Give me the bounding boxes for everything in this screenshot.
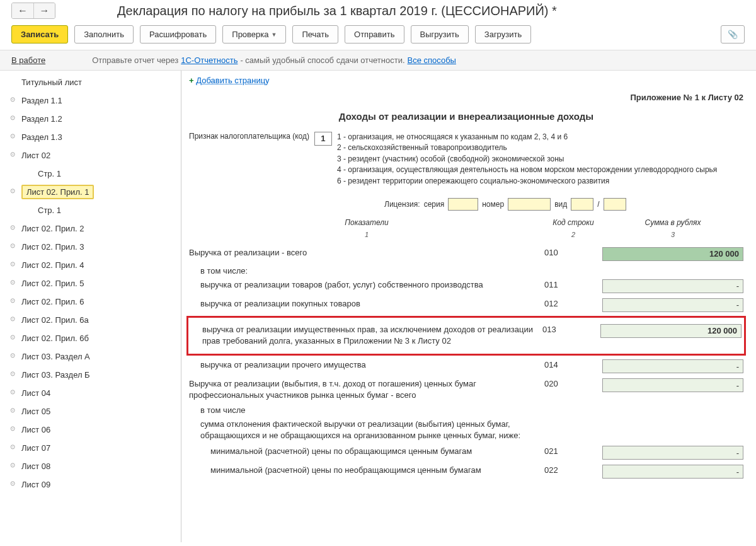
row-022: минимальной (расчетной) цены по необраща…: [189, 462, 743, 481]
row-010: Выручка от реализации - всего 010 120 00…: [189, 245, 743, 264]
sidebar-item-19[interactable]: Лист 06: [1, 421, 181, 439]
sidebar-item-14[interactable]: Лист 02. Прил. 6б: [1, 329, 181, 347]
forward-button[interactable]: →: [33, 3, 55, 18]
send-button[interactable]: Отправить: [345, 25, 404, 44]
print-button[interactable]: Печать: [292, 25, 338, 44]
sidebar-item-15[interactable]: Лист 03. Раздел А: [1, 347, 181, 366]
decode-button[interactable]: Расшифровать: [140, 25, 216, 44]
check-button[interactable]: Проверка▼: [222, 25, 286, 44]
sidebar-item-4[interactable]: Лист 02: [1, 146, 181, 165]
sidebar-item-9[interactable]: Лист 02. Прил. 3: [1, 238, 181, 256]
taxpayer-label: Признак налогоплательщика (код): [189, 132, 309, 141]
nav-buttons: ← →: [11, 3, 55, 19]
appendix-label: Приложение № 1 к Листу 02: [189, 89, 743, 108]
sidebar-item-13[interactable]: Лист 02. Прил. 6а: [1, 311, 181, 329]
row-012: выручка от реализации покупных товаров 0…: [189, 296, 743, 315]
input-010[interactable]: 120 000: [602, 247, 743, 261]
sidebar-item-18[interactable]: Лист 05: [1, 402, 181, 421]
sidebar-item-6[interactable]: Лист 02. Прил. 1: [1, 183, 181, 201]
input-012[interactable]: [602, 298, 743, 312]
toolbar: Записать Заполнить Расшифровать Проверка…: [0, 23, 756, 50]
highlighted-row: выручка от реализации имущественных прав…: [186, 316, 746, 356]
add-page-link[interactable]: + Добавить страницу: [189, 74, 743, 89]
sidebar-item-5[interactable]: Стр. 1: [1, 165, 181, 183]
license-row: Лицензия: серия номер вид /: [384, 194, 743, 217]
content-area: + Добавить страницу Приложение № 1 к Лис…: [181, 71, 756, 542]
license-subtype-input[interactable]: [604, 198, 626, 211]
sidebar-item-8[interactable]: Лист 02. Прил. 2: [1, 219, 181, 238]
row-014: выручка от реализации прочего имущества …: [189, 357, 743, 376]
sidebar-item-1[interactable]: Раздел 1.1: [1, 91, 181, 110]
attach-button[interactable]: 📎: [721, 25, 745, 44]
row-021: минимальной (расчетной) цены по обращающ…: [189, 443, 743, 462]
input-011[interactable]: [602, 279, 743, 293]
status-lead[interactable]: В работе: [11, 55, 45, 65]
page-title: Декларация по налогу на прибыль за 1 ква…: [117, 4, 557, 18]
status-bar: В работе Отправьте отчет через 1С-Отчетн…: [0, 50, 756, 71]
sidebar-item-12[interactable]: Лист 02. Прил. 6: [1, 293, 181, 311]
form-title: Доходы от реализации и внереализационные…: [189, 108, 743, 131]
input-014[interactable]: [602, 359, 743, 373]
sidebar-item-11[interactable]: Лист 02. Прил. 5: [1, 274, 181, 293]
save-button[interactable]: Записать: [11, 25, 68, 44]
sidebar: Титульный листРаздел 1.1Раздел 1.2Раздел…: [0, 71, 181, 542]
sidebar-item-16[interactable]: Лист 03. Раздел Б: [1, 366, 181, 384]
sidebar-item-7[interactable]: Стр. 1: [1, 201, 181, 219]
sidebar-item-3[interactable]: Раздел 1.3: [1, 128, 181, 146]
license-number-input[interactable]: [508, 198, 551, 211]
sidebar-item-10[interactable]: Лист 02. Прил. 4: [1, 256, 181, 274]
sidebar-item-2[interactable]: Раздел 1.2: [1, 110, 181, 128]
row-011: выручка от реализации товаров (работ, ус…: [189, 277, 743, 296]
upload-button[interactable]: Выгрузить: [411, 25, 469, 44]
download-button[interactable]: Загрузить: [475, 25, 531, 44]
license-series-input[interactable]: [448, 198, 478, 211]
column-headers: Показатели Код строки Сумма в рублях: [189, 217, 743, 231]
input-022[interactable]: [602, 465, 743, 479]
row-020: Выручка от реализации (выбытия, в т.ч. д…: [189, 376, 743, 403]
back-button[interactable]: ←: [12, 3, 33, 18]
chevron-down-icon: ▼: [272, 32, 277, 38]
taxpayer-code-legend: 1 - организация, не относящаяся к указан…: [337, 132, 717, 187]
paperclip-icon: 📎: [728, 30, 738, 39]
row-013: выручка от реализации имущественных прав…: [191, 322, 742, 349]
taxpayer-code-input[interactable]: 1: [314, 132, 332, 146]
sidebar-item-21[interactable]: Лист 08: [1, 457, 181, 475]
input-013[interactable]: 120 000: [600, 324, 742, 338]
link-all-methods[interactable]: Все способы: [408, 55, 456, 65]
plus-icon: +: [189, 76, 194, 85]
fill-button[interactable]: Заполнить: [74, 25, 134, 44]
input-020[interactable]: [602, 378, 743, 392]
sidebar-item-17[interactable]: Лист 04: [1, 384, 181, 402]
sidebar-item-22[interactable]: Лист 09: [1, 475, 181, 494]
link-1c-reporting[interactable]: 1С-Отчетность: [181, 55, 238, 65]
license-type-input[interactable]: [571, 198, 593, 211]
sidebar-item-0[interactable]: Титульный лист: [1, 73, 181, 91]
input-021[interactable]: [602, 446, 743, 460]
sidebar-item-20[interactable]: Лист 07: [1, 439, 181, 457]
